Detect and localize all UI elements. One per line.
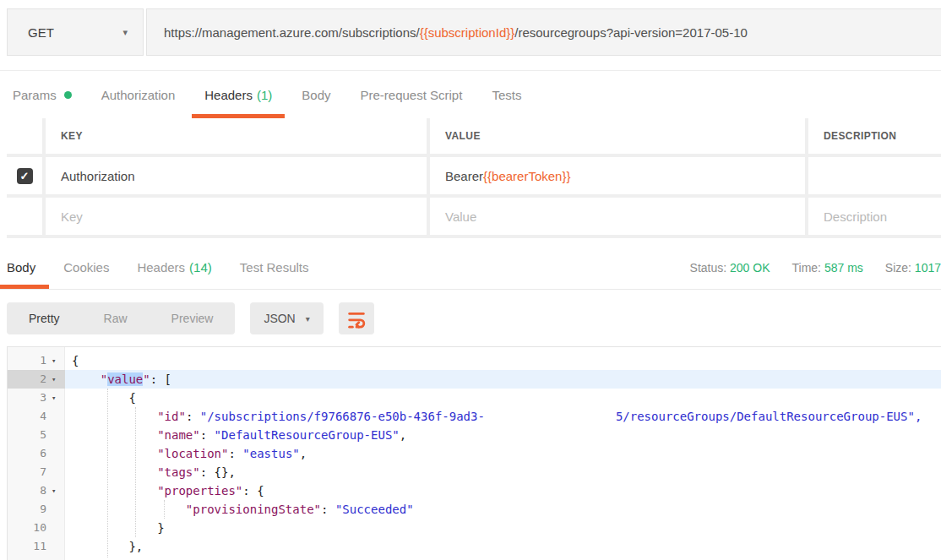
- code-text: "provisioningState": "Succeeded": [65, 500, 941, 519]
- header-value-field[interactable]: Bearer {{bearerToken}}: [430, 157, 805, 194]
- time-label: Time:: [792, 261, 821, 275]
- tab-params[interactable]: Params: [0, 71, 84, 118]
- header-cell-value: VALUE: [430, 118, 805, 154]
- code-text: "tags": {},: [65, 463, 941, 481]
- code-line: 6 "location": "eastus",: [8, 444, 941, 463]
- line-gutter: 6: [8, 444, 65, 463]
- tab-response-cookies-label: Cookies: [63, 260, 109, 275]
- code-text: "properties": {: [65, 481, 941, 500]
- code-token: "provisioningState": [186, 503, 321, 516]
- fold-arrow-icon[interactable]: ▾: [52, 351, 65, 370]
- code-token: ,: [400, 428, 406, 442]
- new-description-field[interactable]: Description: [808, 198, 941, 235]
- tab-authorization-label: Authorization: [101, 88, 176, 102]
- code-line: 7 "tags": {},: [8, 463, 941, 481]
- tab-body[interactable]: Body: [289, 71, 343, 118]
- code-line: 11 },: [8, 537, 941, 556]
- code-token: ": [143, 372, 150, 386]
- code-token: :: [321, 503, 335, 516]
- tab-headers-label: Headers: [204, 88, 253, 102]
- method-label: GET: [28, 25, 54, 40]
- fold-arrow-icon[interactable]: ▾: [52, 481, 65, 500]
- headers-count-badge: (1): [257, 88, 272, 102]
- code-token: : {: [242, 484, 264, 497]
- code-token: "eastus": [242, 447, 299, 460]
- header-description-field[interactable]: [808, 157, 941, 194]
- code-line: 1▾{: [8, 351, 941, 370]
- fold-arrow-icon[interactable]: ▾: [52, 370, 65, 389]
- line-number: 1: [8, 351, 52, 370]
- tab-pre-request-script-label: Pre-request Script: [361, 88, 463, 102]
- tab-response-body[interactable]: Body: [7, 246, 35, 289]
- code-line: 5 "name": "DefaultResourceGroup-EUS",: [8, 426, 941, 444]
- status-value: 200 OK: [730, 261, 770, 275]
- response-body-viewer[interactable]: 1▾{2▾ "value": [3▾ {4 "id": "/subscripti…: [7, 346, 941, 560]
- status-metric: Status: 200 OK: [690, 261, 770, 275]
- code-token: :: [186, 410, 200, 423]
- code-token: },: [128, 540, 143, 553]
- response-view-toolbar: Pretty Raw Preview JSON ▾: [7, 302, 941, 334]
- line-gutter: 9: [8, 500, 65, 519]
- line-number: 11: [8, 537, 52, 556]
- view-mode-raw[interactable]: Raw: [82, 312, 150, 325]
- line-number: 3: [8, 389, 52, 407]
- code-token: "DefaultResourceGroup-EUS": [215, 428, 400, 442]
- line-number: 7: [8, 463, 52, 481]
- time-metric: Time: 587 ms: [792, 261, 863, 275]
- format-select[interactable]: JSON ▾: [250, 302, 323, 334]
- tab-pre-request-script[interactable]: Pre-request Script: [348, 71, 476, 118]
- code-token: {: [128, 391, 135, 405]
- tab-response-body-label: Body: [7, 260, 35, 275]
- view-mode-preview[interactable]: Preview: [150, 312, 236, 325]
- request-url-section: GET ▾ https://management.azure.com/subsc…: [0, 0, 941, 71]
- code-line: 3▾ {: [8, 389, 941, 407]
- line-gutter: 4: [8, 407, 65, 426]
- wrap-text-button[interactable]: [339, 302, 374, 334]
- chevron-down-icon: ▾: [306, 314, 310, 323]
- fold-arrow-icon[interactable]: ▾: [52, 389, 65, 407]
- header-key-field[interactable]: Authorization: [46, 157, 427, 194]
- line-number: 4: [8, 407, 52, 426]
- header-cell-key: KEY: [46, 118, 427, 154]
- tab-body-label: Body: [302, 88, 330, 102]
- response-headers-count-badge: (14): [189, 260, 212, 275]
- line-gutter: 3▾: [8, 389, 65, 407]
- tab-headers[interactable]: Headers (1): [192, 71, 285, 118]
- line-number: 8: [8, 481, 52, 500]
- code-text: },: [65, 537, 941, 556]
- chevron-down-icon: ▾: [122, 27, 128, 38]
- code-text: }: [65, 519, 941, 537]
- new-key-field[interactable]: Key: [46, 198, 427, 235]
- code-token: "id": [157, 410, 186, 423]
- url-variable: {{subscriptionId}}: [420, 25, 515, 40]
- header-value-variable: {{bearerToken}}: [483, 169, 570, 183]
- new-value-field[interactable]: Value: [430, 198, 805, 235]
- size-value: 1017: [915, 261, 941, 275]
- code-lines: 1▾{2▾ "value": [3▾ {4 "id": "/subscripti…: [8, 347, 941, 556]
- tab-params-label: Params: [13, 88, 57, 102]
- header-row-checkbox[interactable]: ✓: [17, 168, 33, 184]
- code-text: {: [65, 351, 941, 370]
- method-select[interactable]: GET ▾: [7, 8, 144, 56]
- code-token: ": [101, 372, 107, 386]
- url-input[interactable]: https://management.azure.com/subscriptio…: [146, 8, 941, 56]
- view-mode-pretty[interactable]: Pretty: [7, 312, 82, 325]
- line-gutter: 7: [8, 463, 65, 481]
- tab-authorization[interactable]: Authorization: [89, 71, 188, 118]
- wrap-text-icon: [345, 307, 367, 329]
- code-line: 9 "provisioningState": "Succeeded": [8, 500, 941, 519]
- header-cell-empty: [7, 118, 42, 154]
- tab-response-cookies[interactable]: Cookies: [63, 246, 109, 289]
- line-number: 2: [8, 370, 52, 389]
- code-text: "location": "eastus",: [65, 444, 941, 463]
- tab-tests[interactable]: Tests: [479, 71, 534, 118]
- postman-window: GET ▾ https://management.azure.com/subsc…: [0, 0, 941, 560]
- tab-response-headers[interactable]: Headers (14): [137, 246, 211, 289]
- status-label: Status:: [690, 261, 727, 275]
- line-gutter: 8▾: [8, 481, 65, 500]
- tab-test-results[interactable]: Test Results: [240, 246, 309, 289]
- code-line: 2▾ "value": [: [8, 370, 941, 389]
- new-row-checkbox-cell: [7, 198, 42, 235]
- checkmark-icon: ✓: [20, 170, 30, 182]
- line-gutter: 2▾: [8, 370, 65, 389]
